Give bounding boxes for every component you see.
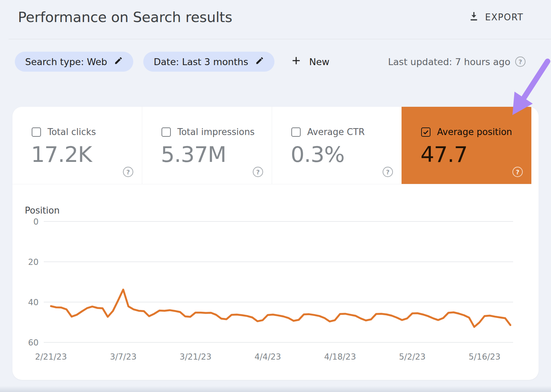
svg-text:0: 0 [33, 217, 39, 227]
bottom-fade [0, 386, 551, 392]
svg-text:4/4/23: 4/4/23 [254, 352, 281, 362]
toolbar: Search type: Web Date: Last 3 months New… [15, 52, 526, 72]
metric-tile-total-impressions[interactable]: Total impressions 5.37M ? [142, 107, 272, 184]
help-icon[interactable]: ? [123, 167, 133, 177]
metric-label: Total clicks [48, 127, 96, 137]
svg-text:60: 60 [28, 338, 39, 348]
help-icon[interactable]: ? [253, 167, 263, 177]
edit-pencil-icon[interactable] [255, 56, 264, 67]
metric-tile-average-position[interactable]: Average position 47.7 ? [402, 107, 531, 184]
metric-checkbox[interactable] [32, 127, 41, 137]
metric-label: Total impressions [177, 127, 254, 137]
date-range-chip[interactable]: Date: Last 3 months [143, 52, 274, 72]
help-icon[interactable]: ? [515, 56, 526, 67]
metric-checkbox[interactable] [421, 127, 430, 137]
last-updated: Last updated: 7 hours ago ? [388, 56, 526, 67]
svg-text:Position: Position [25, 205, 60, 216]
export-button[interactable]: EXPORT [468, 11, 523, 24]
help-icon[interactable]: ? [383, 167, 393, 177]
metric-checkbox[interactable] [291, 127, 301, 137]
metric-tile-total-clicks[interactable]: Total clicks 17.2K ? [12, 107, 142, 184]
plus-icon [291, 55, 302, 68]
date-range-chip-label: Date: Last 3 months [154, 56, 248, 67]
arrow-shaft [524, 61, 548, 97]
download-icon [468, 11, 479, 24]
help-icon[interactable]: ? [512, 167, 523, 177]
check-icon [423, 129, 429, 135]
metric-value: 5.37M [161, 142, 272, 167]
metric-value: 17.2K [31, 142, 142, 167]
svg-text:3/7/23: 3/7/23 [110, 352, 136, 362]
edit-pencil-icon[interactable] [114, 56, 123, 67]
search-type-chip[interactable]: Search type: Web [15, 52, 133, 72]
performance-card: Total clicks 17.2K ? Total impressions 5… [12, 107, 539, 380]
metric-label: Average CTR [307, 127, 365, 137]
svg-text:5/2/23: 5/2/23 [399, 352, 426, 362]
metric-checkbox[interactable] [162, 127, 171, 137]
metric-tile-average-ctr[interactable]: Average CTR 0.3% ? [272, 107, 402, 184]
metric-tiles-row: Total clicks 17.2K ? Total impressions 5… [12, 107, 531, 184]
metric-value: 0.3% [291, 142, 402, 167]
svg-text:4/18/23: 4/18/23 [324, 352, 356, 362]
svg-text:3/21/23: 3/21/23 [179, 352, 211, 362]
header-divider [9, 39, 551, 39]
page-title: Performance on Search results [18, 9, 232, 25]
svg-text:40: 40 [28, 298, 39, 307]
export-label: EXPORT [485, 12, 523, 22]
position-line-chart: 0204060Position2/21/233/7/233/21/234/4/2… [12, 184, 539, 380]
position-chart: 0204060Position2/21/233/7/233/21/234/4/2… [12, 184, 539, 380]
metric-value: 47.7 [420, 142, 531, 167]
svg-text:2/21/23: 2/21/23 [35, 352, 67, 362]
svg-text:20: 20 [28, 257, 39, 267]
svg-text:5/16/23: 5/16/23 [469, 352, 501, 362]
metric-label: Average position [437, 127, 512, 137]
last-updated-text: Last updated: 7 hours ago [388, 56, 510, 67]
new-filter-button[interactable]: New [291, 55, 330, 68]
header: Performance on Search results EXPORT [18, 0, 523, 34]
search-type-chip-label: Search type: Web [25, 56, 107, 67]
new-filter-label: New [309, 56, 330, 67]
